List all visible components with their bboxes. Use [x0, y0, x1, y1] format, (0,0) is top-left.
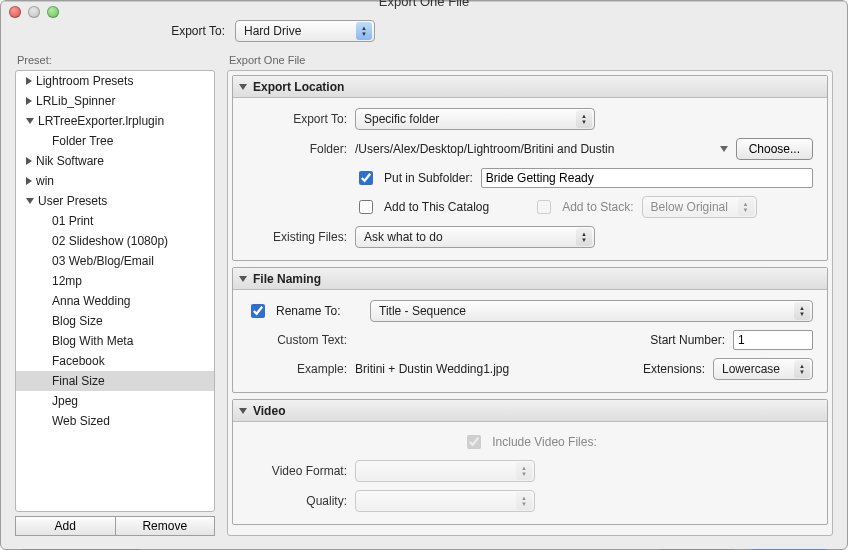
- loc-export-to-popup[interactable]: Specific folder ▲▼: [355, 108, 595, 130]
- existing-files-label: Existing Files:: [247, 230, 347, 244]
- video-format-popup: ▲▼: [355, 460, 535, 482]
- folder-dropdown-icon[interactable]: [720, 146, 728, 152]
- preset-sidebar: Preset: Lightroom PresetsLRLib_SpinnerLR…: [15, 54, 215, 536]
- choose-folder-button[interactable]: Choose...: [736, 138, 813, 160]
- preset-group[interactable]: Nik Software: [16, 151, 214, 171]
- preset-add-button[interactable]: Add: [15, 516, 115, 536]
- put-in-subfolder-checkbox[interactable]: [359, 171, 373, 185]
- video-format-label: Video Format:: [247, 464, 347, 478]
- updown-icon: ▲▼: [794, 360, 810, 378]
- preset-item[interactable]: Final Size: [16, 371, 214, 391]
- updown-icon: ▲▼: [516, 492, 532, 510]
- folder-label: Folder:: [247, 142, 347, 156]
- updown-icon: ▲▼: [794, 302, 810, 320]
- titlebar: Export One File: [1, 1, 847, 2]
- section-title: Video: [253, 404, 285, 418]
- preset-label: Lightroom Presets: [36, 74, 133, 88]
- preset-label: 03 Web/Blog/Email: [52, 254, 154, 268]
- video-quality-popup: ▲▼: [355, 490, 535, 512]
- section-export-location: Export Location Export To: Specific fold…: [232, 75, 828, 261]
- right-heading: Export One File: [227, 54, 833, 70]
- updown-icon: ▲▼: [738, 198, 754, 216]
- subfolder-field[interactable]: [481, 168, 813, 188]
- chevron-down-icon: [239, 276, 247, 282]
- preset-label: Anna Wedding: [52, 294, 131, 308]
- section-video: Video Include Video Files: Video Format:: [232, 399, 828, 525]
- preset-group[interactable]: LRLib_Spinner: [16, 91, 214, 111]
- chevron-right-icon: [26, 177, 32, 185]
- preset-label: win: [36, 174, 54, 188]
- preset-label: Folder Tree: [52, 134, 113, 148]
- preset-item[interactable]: 02 Slideshow (1080p): [16, 231, 214, 251]
- preset-item[interactable]: 12mp: [16, 271, 214, 291]
- stack-position-popup: Below Original ▲▼: [642, 196, 757, 218]
- preset-item[interactable]: Blog Size: [16, 311, 214, 331]
- section-file-naming: File Naming Rename To: Title - Sequence …: [232, 267, 828, 393]
- preset-label: User Presets: [38, 194, 107, 208]
- preset-label: Web Sized: [52, 414, 110, 428]
- section-title: File Naming: [253, 272, 321, 286]
- preset-label: Nik Software: [36, 154, 104, 168]
- rename-template-popup[interactable]: Title - Sequence ▲▼: [370, 300, 813, 322]
- chevron-right-icon: [26, 97, 32, 105]
- folder-path: /Users/Alex/Desktop/Lightroom/Britini an…: [355, 142, 712, 156]
- rename-to-label: Rename To:: [276, 304, 362, 318]
- add-to-catalog-checkbox[interactable]: [359, 200, 373, 214]
- updown-icon: ▲▼: [576, 110, 592, 128]
- existing-files-popup[interactable]: Ask what to do ▲▼: [355, 226, 595, 248]
- example-value: Britini + Dustin Wedding1.jpg: [355, 362, 635, 376]
- add-to-stack-label: Add to Stack:: [562, 200, 633, 214]
- export-to-value: Hard Drive: [244, 24, 301, 38]
- preset-item[interactable]: 01 Print: [16, 211, 214, 231]
- video-quality-label: Quality:: [247, 494, 347, 508]
- updown-icon: ▲▼: [356, 22, 372, 40]
- preset-label: LRLib_Spinner: [36, 94, 115, 108]
- settings-panel: Export One File Export Location Export T…: [227, 54, 833, 536]
- preset-heading: Preset:: [15, 54, 215, 70]
- start-number-field[interactable]: [733, 330, 813, 350]
- preset-label: 12mp: [52, 274, 82, 288]
- updown-icon: ▲▼: [576, 228, 592, 246]
- extensions-popup[interactable]: Lowercase ▲▼: [713, 358, 813, 380]
- preset-remove-button[interactable]: Remove: [115, 516, 216, 536]
- preset-group[interactable]: User Presets: [16, 191, 214, 211]
- section-header-video[interactable]: Video: [233, 400, 827, 422]
- chevron-right-icon: [26, 157, 32, 165]
- export-to-popup[interactable]: Hard Drive ▲▼: [235, 20, 375, 42]
- preset-group[interactable]: Lightroom Presets: [16, 71, 214, 91]
- include-video-label: Include Video Files:: [492, 435, 597, 449]
- export-dialog: Export One File Export To: Hard Drive ▲▼…: [0, 0, 848, 550]
- add-to-catalog-label: Add to This Catalog: [384, 200, 489, 214]
- put-in-subfolder-label: Put in Subfolder:: [384, 171, 473, 185]
- preset-item[interactable]: Folder Tree: [16, 131, 214, 151]
- preset-group[interactable]: win: [16, 171, 214, 191]
- preset-label: Jpeg: [52, 394, 78, 408]
- preset-item[interactable]: 03 Web/Blog/Email: [16, 251, 214, 271]
- loc-export-to-label: Export To:: [247, 112, 347, 126]
- chevron-right-icon: [26, 77, 32, 85]
- chevron-down-icon: [239, 84, 247, 90]
- preset-item[interactable]: Facebook: [16, 351, 214, 371]
- preset-item[interactable]: Anna Wedding: [16, 291, 214, 311]
- preset-label: LRTreeExporter.lrplugin: [38, 114, 164, 128]
- preset-label: Facebook: [52, 354, 105, 368]
- preset-list[interactable]: Lightroom PresetsLRLib_SpinnerLRTreeExpo…: [15, 70, 215, 512]
- chevron-down-icon: [239, 408, 247, 414]
- section-header-export-location[interactable]: Export Location: [233, 76, 827, 98]
- export-to-label: Export To:: [15, 24, 225, 38]
- preset-item[interactable]: Web Sized: [16, 411, 214, 431]
- preset-label: Blog With Meta: [52, 334, 133, 348]
- include-video-checkbox: [467, 435, 481, 449]
- custom-text-label: Custom Text:: [247, 333, 347, 347]
- preset-item[interactable]: Blog With Meta: [16, 331, 214, 351]
- example-label: Example:: [247, 362, 347, 376]
- chevron-down-icon: [26, 118, 34, 124]
- section-header-file-naming[interactable]: File Naming: [233, 268, 827, 290]
- preset-group[interactable]: LRTreeExporter.lrplugin: [16, 111, 214, 131]
- preset-label: 02 Slideshow (1080p): [52, 234, 168, 248]
- preset-label: 01 Print: [52, 214, 93, 228]
- preset-item[interactable]: Jpeg: [16, 391, 214, 411]
- section-title: Export Location: [253, 80, 344, 94]
- rename-to-checkbox[interactable]: [251, 304, 265, 318]
- updown-icon: ▲▼: [516, 462, 532, 480]
